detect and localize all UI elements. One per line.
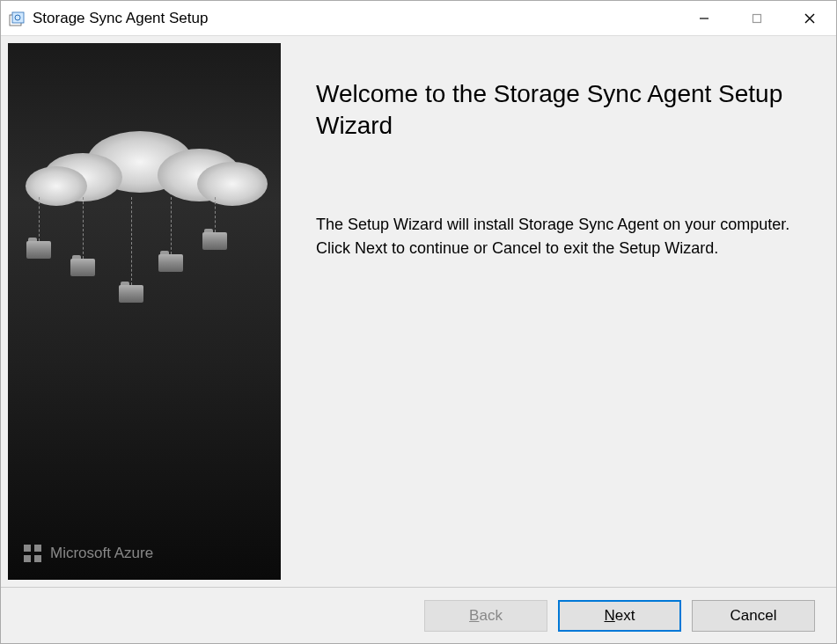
content-area: Microsoft Azure Welcome to the Storage S… bbox=[1, 36, 836, 587]
svg-rect-1 bbox=[12, 12, 24, 23]
cancel-button[interactable]: Cancel bbox=[692, 600, 815, 632]
button-bar: Back Next Cancel bbox=[1, 587, 836, 643]
windows-logo-icon bbox=[24, 545, 41, 562]
folder-icon bbox=[158, 254, 183, 272]
svg-rect-4 bbox=[753, 14, 761, 22]
window-title: Storage Sync Agent Setup bbox=[33, 10, 678, 27]
maximize-icon bbox=[752, 13, 762, 24]
cloud-illustration bbox=[26, 113, 263, 201]
folder-icon bbox=[26, 241, 51, 259]
folder-icon bbox=[119, 285, 143, 303]
azure-brand: Microsoft Azure bbox=[24, 545, 153, 562]
main-panel: Welcome to the Storage Sync Agent Setup … bbox=[281, 36, 836, 587]
folder-icon bbox=[202, 232, 227, 250]
wizard-heading: Welcome to the Storage Sync Agent Setup … bbox=[316, 78, 801, 143]
installer-icon bbox=[8, 10, 26, 27]
next-button[interactable]: Next bbox=[558, 600, 681, 632]
azure-brand-text: Microsoft Azure bbox=[50, 545, 153, 562]
titlebar: Storage Sync Agent Setup bbox=[1, 1, 836, 36]
maximize-button[interactable] bbox=[731, 1, 783, 35]
minimize-icon bbox=[699, 13, 709, 24]
setup-window: Storage Sync Agent Setup bbox=[0, 0, 837, 644]
close-icon bbox=[804, 12, 816, 25]
sidebar-banner: Microsoft Azure bbox=[8, 43, 281, 580]
titlebar-controls bbox=[678, 1, 836, 35]
back-button: Back bbox=[424, 600, 547, 632]
minimize-button[interactable] bbox=[678, 1, 731, 35]
wizard-body-text: The Setup Wizard will install Storage Sy… bbox=[316, 213, 801, 260]
close-button[interactable] bbox=[783, 1, 836, 35]
folder-icon bbox=[70, 259, 95, 276]
